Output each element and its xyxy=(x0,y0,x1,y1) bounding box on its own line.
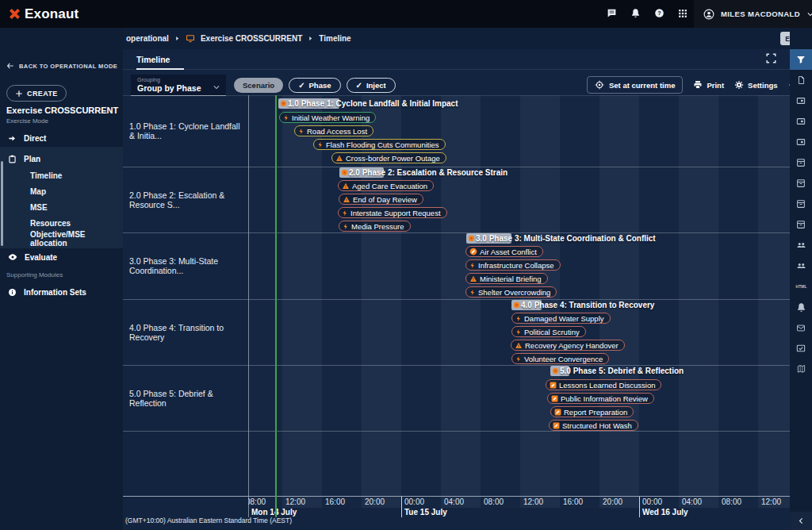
inject-label: Air Asset Conflict xyxy=(480,248,537,256)
settings-button[interactable]: Settings xyxy=(734,80,777,90)
rail-button-archive[interactable] xyxy=(790,173,812,194)
sidebar-item-map[interactable]: Map xyxy=(0,183,123,199)
sidebar-item-timeline[interactable]: Timeline xyxy=(0,167,123,183)
rail-button-mail[interactable] xyxy=(790,317,812,338)
filter-chip-scenario[interactable]: Scenario xyxy=(234,78,283,93)
inject-pill[interactable]: Damaged Water Supply xyxy=(511,313,611,324)
grouping-select[interactable]: Grouping Group by Phase xyxy=(131,75,226,96)
clipboard-icon xyxy=(8,155,17,163)
rail-button-html[interactable]: HTML xyxy=(790,276,812,297)
bell-button[interactable] xyxy=(630,7,641,21)
rail-button-document[interactable] xyxy=(790,70,812,90)
inject-pill[interactable]: Infrastructure Collapse xyxy=(465,259,561,271)
apps-button[interactable] xyxy=(678,7,688,21)
time-tick-label: 12:00 xyxy=(285,497,305,506)
inject-pill[interactable]: Media Pressure xyxy=(339,221,411,232)
inject-pill[interactable]: Political Scrutiny xyxy=(511,326,586,337)
card-icon xyxy=(796,117,806,126)
rail-button-card[interactable] xyxy=(790,111,812,132)
grouping-value: Group by Phase xyxy=(137,83,221,93)
sidebar-item-label: Plan xyxy=(24,155,40,163)
axis-line xyxy=(123,496,790,497)
inject-pill[interactable]: Aged Care Evacuation xyxy=(338,180,434,191)
warning-icon xyxy=(515,342,523,349)
rail-button-people[interactable] xyxy=(790,255,812,276)
sidebar-item-plan[interactable]: Plan xyxy=(0,150,123,167)
sidebar-item-evaluate[interactable]: Evaluate xyxy=(0,248,123,266)
chip-label: Phase xyxy=(309,81,331,90)
inject-label: Damaged Water Supply xyxy=(524,314,604,323)
phase-dot-icon xyxy=(513,301,520,309)
breadcrumb-item[interactable]: Timeline xyxy=(319,34,350,43)
check-icon: ✓ xyxy=(356,81,362,90)
inject-pill[interactable]: Ministerial Briefing xyxy=(465,273,548,284)
back-to-operational-mode-link[interactable]: BACK TO OPERATIONAL MODE xyxy=(6,62,117,70)
inject-pill[interactable]: Lessons Learned Discussion xyxy=(546,379,661,390)
sidebar-item-mse[interactable]: MSE xyxy=(0,199,123,215)
time-tick-label: 12:00 xyxy=(523,497,543,506)
grid-left-border xyxy=(248,95,249,517)
chevron-left-icon xyxy=(798,517,805,524)
inject-pill[interactable]: Interstate Support Request xyxy=(338,207,447,218)
fullscreen-icon[interactable] xyxy=(766,53,776,63)
phase-dot-icon xyxy=(341,169,348,176)
time-tick-label: 16:00 xyxy=(563,497,583,506)
chevron-down-icon xyxy=(213,83,220,91)
inject-pill[interactable]: Volunteer Convergence xyxy=(511,353,609,364)
inject-pill[interactable]: Report Preparation xyxy=(550,406,634,417)
rail-button-card[interactable] xyxy=(790,90,812,111)
inject-pill[interactable]: Shelter Overcrowding xyxy=(465,286,557,298)
phase-bar[interactable] xyxy=(466,233,511,244)
breadcrumb-item[interactable]: operational xyxy=(126,34,169,43)
rail-button-archive[interactable] xyxy=(790,194,812,214)
help-button[interactable]: ? xyxy=(654,7,665,21)
rail-button-people[interactable] xyxy=(790,235,812,255)
rail-button-filter-active[interactable] xyxy=(790,49,812,70)
rail-button-bell[interactable] xyxy=(790,297,812,317)
apps-icon xyxy=(678,9,688,18)
user-menu[interactable]: MILES MACDONALD xyxy=(694,0,812,28)
sidebar-item-direct[interactable]: Direct xyxy=(0,129,123,147)
inject-pill[interactable]: Flash Flooding Cuts Communities xyxy=(313,139,446,150)
inject-pill[interactable]: Cross-border Power Outage xyxy=(331,152,446,163)
inject-label: Cross-border Power Outage xyxy=(346,154,440,163)
phase-bar[interactable] xyxy=(339,167,384,178)
svg-text:?: ? xyxy=(657,9,661,16)
breadcrumb-item[interactable]: Exercise CROSSCURRENT xyxy=(186,34,302,43)
rail-button-archive[interactable] xyxy=(790,214,812,235)
inject-pill[interactable]: End of Day Review xyxy=(339,194,423,205)
sidebar-item-information-sets[interactable]: Information Sets xyxy=(0,283,123,301)
warning-icon xyxy=(335,155,343,162)
phase-bar[interactable] xyxy=(511,300,542,310)
inject-pill[interactable]: Air Asset Conflict xyxy=(465,246,543,257)
current-time-line xyxy=(275,95,277,517)
time-band xyxy=(560,95,599,508)
phase-bar[interactable] xyxy=(550,366,569,376)
time-band xyxy=(248,95,282,508)
time-tick-label: 00:00 xyxy=(642,497,662,506)
print-button[interactable]: Print xyxy=(693,80,724,90)
card-check-icon xyxy=(796,344,806,353)
rail-button-card[interactable] xyxy=(790,132,812,152)
inject-pill[interactable]: Initial Weather Warning xyxy=(279,112,376,123)
rail-button-card-check[interactable] xyxy=(790,338,812,359)
filter-chip-inject[interactable]: ✓Inject xyxy=(347,78,396,93)
rail-button-archive[interactable] xyxy=(790,152,812,173)
set-at-current-time-button[interactable]: Set at current time xyxy=(587,76,683,94)
edit-square-icon xyxy=(551,395,558,402)
phase-bar[interactable] xyxy=(278,98,339,109)
rail-collapse-button[interactable] xyxy=(790,512,812,530)
tab-timeline[interactable]: Timeline xyxy=(136,49,170,69)
inject-pill[interactable]: Public Information Review xyxy=(547,393,654,404)
inject-pill[interactable]: Road Access Lost xyxy=(294,125,373,136)
rail-button-map[interactable] xyxy=(790,359,812,379)
inject-pill[interactable]: Structured Hot Wash xyxy=(549,420,638,431)
inject-label: Shelter Overcrowding xyxy=(478,288,550,297)
chat-button[interactable] xyxy=(607,7,617,21)
filter-chip-phase[interactable]: ✓Phase xyxy=(289,78,340,93)
sidebar-item-resources[interactable]: Resources xyxy=(0,215,123,231)
html-icon: HTML xyxy=(795,283,808,290)
create-button[interactable]: CREATE xyxy=(6,85,67,102)
inject-pill[interactable]: Recovery Agency Handover xyxy=(511,340,625,351)
sidebar-item-objective-mse-allocation[interactable]: Objective/MSE allocation xyxy=(0,231,123,247)
